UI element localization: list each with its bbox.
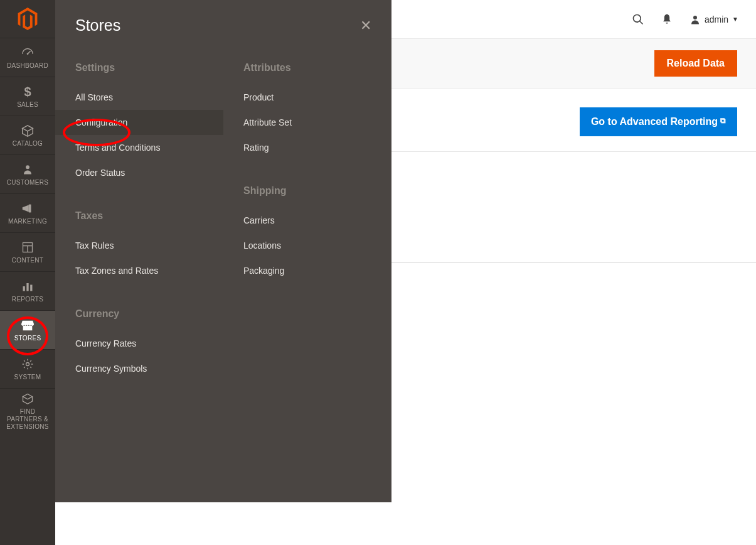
sidebar: DASHBOARD $ SALES CATALOG CUSTOMERS MARK…	[0, 0, 55, 545]
sidebar-item-reports[interactable]: REPORTS	[0, 271, 55, 310]
flyout-item-configuration[interactable]: Configuration	[55, 110, 223, 135]
box-icon	[21, 124, 35, 138]
bars-icon	[21, 279, 35, 293]
svg-rect-4	[23, 286, 25, 291]
flyout-item-currency-rates[interactable]: Currency Rates	[55, 331, 223, 356]
flyout-heading: Attributes	[223, 56, 391, 85]
svg-rect-2	[29, 205, 31, 213]
svg-rect-7	[23, 326, 33, 330]
sidebar-item-stores[interactable]: STORES	[0, 310, 55, 349]
sidebar-item-system[interactable]: SYSTEM	[0, 349, 55, 388]
magento-icon	[18, 8, 38, 30]
sidebar-item-sales[interactable]: $ SALES	[0, 77, 55, 116]
sidebar-item-label: REPORTS	[12, 296, 43, 303]
sidebar-item-label: CONTENT	[12, 257, 43, 264]
flyout-item-attribute-set[interactable]: Attribute Set	[223, 110, 391, 135]
megaphone-icon	[21, 202, 35, 215]
stores-flyout: Stores ✕ SettingsAll StoresConfiguration…	[55, 0, 391, 502]
user-icon	[689, 14, 701, 25]
flyout-item-rating[interactable]: Rating	[223, 135, 391, 160]
account-name: admin	[705, 14, 728, 24]
caret-down-icon: ▼	[732, 16, 738, 23]
flyout-item-packaging[interactable]: Packaging	[223, 258, 391, 283]
sidebar-item-dashboard[interactable]: DASHBOARD	[0, 38, 55, 77]
svg-point-9	[633, 14, 641, 22]
sidebar-item-label: CUSTOMERS	[7, 179, 48, 186]
flyout-heading: Shipping	[223, 179, 391, 208]
flyout-item-currency-symbols[interactable]: Currency Symbols	[55, 356, 223, 381]
sidebar-item-partners[interactable]: FIND PARTNERS & EXTENSIONS	[0, 388, 55, 433]
layout-icon	[21, 240, 35, 254]
search-icon[interactable]	[632, 13, 644, 26]
external-link-icon: ⧉	[720, 116, 726, 125]
sidebar-item-label: FIND PARTNERS & EXTENSIONS	[3, 408, 53, 431]
svg-point-8	[26, 363, 29, 366]
dollar-icon: $	[21, 85, 35, 99]
button-label: Go to Advanced Reporting	[591, 116, 718, 127]
flyout-heading: Currency	[55, 302, 223, 331]
close-icon[interactable]: ✕	[360, 18, 371, 34]
flyout-item-all-stores[interactable]: All Stores	[55, 85, 223, 110]
sidebar-item-label: SYSTEM	[14, 374, 41, 380]
flyout-title: Stores	[75, 16, 120, 35]
person-icon	[21, 163, 35, 176]
gear-icon	[21, 357, 35, 371]
flyout-item-order-status[interactable]: Order Status	[55, 160, 223, 185]
flyout-item-terms-and-conditions[interactable]: Terms and Conditions	[55, 135, 223, 160]
flyout-item-carriers[interactable]: Carriers	[223, 208, 391, 233]
logo[interactable]	[0, 0, 55, 38]
advanced-reporting-button[interactable]: Go to Advanced Reporting⧉	[580, 107, 737, 136]
account-menu[interactable]: admin ▼	[689, 14, 738, 25]
flyout-item-locations[interactable]: Locations	[223, 233, 391, 258]
flyout-item-tax-rules[interactable]: Tax Rules	[55, 233, 223, 258]
sidebar-item-catalog[interactable]: CATALOG	[0, 116, 55, 154]
sidebar-item-label: MARKETING	[8, 218, 47, 225]
bell-icon[interactable]	[661, 13, 673, 26]
flyout-item-tax-zones-and-rates[interactable]: Tax Zones and Rates	[55, 258, 223, 283]
sidebar-item-label: SALES	[17, 101, 38, 108]
reload-data-button[interactable]: Reload Data	[654, 50, 737, 77]
sidebar-item-label: STORES	[14, 335, 41, 342]
sidebar-item-label: DASHBOARD	[7, 62, 48, 69]
sidebar-item-marketing[interactable]: MARKETING	[0, 193, 55, 232]
svg-point-10	[693, 16, 697, 19]
gauge-icon	[21, 46, 35, 60]
svg-rect-5	[26, 283, 28, 291]
sidebar-item-label: CATALOG	[13, 140, 43, 147]
puzzle-icon	[21, 392, 35, 406]
svg-point-1	[26, 165, 29, 169]
flyout-heading: Settings	[55, 56, 223, 85]
sidebar-item-customers[interactable]: CUSTOMERS	[0, 154, 55, 193]
sidebar-item-content[interactable]: CONTENT	[0, 232, 55, 271]
store-icon	[21, 318, 35, 332]
flyout-heading: Taxes	[55, 204, 223, 233]
flyout-item-product[interactable]: Product	[223, 85, 391, 110]
svg-rect-6	[30, 285, 32, 291]
